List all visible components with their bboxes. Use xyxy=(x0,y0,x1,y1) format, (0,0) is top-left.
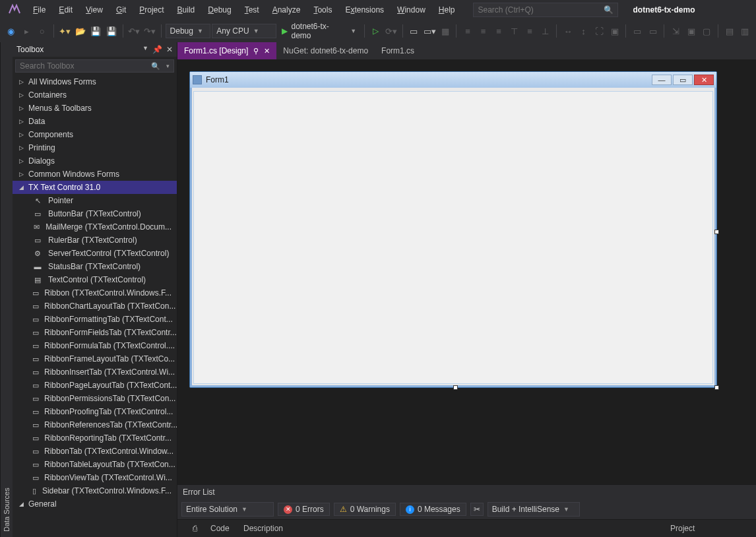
layout-tool-icon[interactable]: ▭ xyxy=(407,24,422,38)
close-button[interactable]: ✕ xyxy=(694,75,714,85)
toolbox-search-box[interactable]: 🔍 ▾ xyxy=(15,59,174,73)
menu-tools[interactable]: Tools xyxy=(307,2,338,18)
redo-icon[interactable]: ↷▾ xyxy=(142,24,157,38)
menu-build[interactable]: Build xyxy=(171,2,202,18)
global-search-box[interactable]: 🔍 xyxy=(473,3,618,17)
toolbox-item[interactable]: ▭RibbonViewTab (TXTextControl.Wi... xyxy=(13,471,177,484)
toolbox-group[interactable]: ▷Menus & Toolbars xyxy=(13,102,177,115)
toolbox-group[interactable]: ◢TX Text Control 31.0 xyxy=(13,181,177,194)
start-without-debug-button[interactable]: ▷ xyxy=(369,24,383,38)
column-description[interactable]: Description xyxy=(237,522,664,534)
toolbox-item[interactable]: ▭RibbonReportingTab (TXTextContr... xyxy=(13,431,177,445)
platform-dropdown[interactable]: Any CPU ▼ xyxy=(212,24,276,38)
pin-icon[interactable]: ⚲ xyxy=(253,47,259,55)
menu-debug[interactable]: Debug xyxy=(201,2,237,18)
menu-window[interactable]: Window xyxy=(391,2,432,18)
resize-handle-right[interactable] xyxy=(714,230,719,234)
resize-handle-corner[interactable] xyxy=(714,385,719,390)
toolbox-item[interactable]: ▭Ribbon (TXTextControl.Windows.F... xyxy=(13,286,177,300)
toolbox-item[interactable]: ▭RibbonFormulaTab (TXTextControl.... xyxy=(13,339,177,352)
menu-view[interactable]: View xyxy=(79,2,110,18)
global-search-input[interactable] xyxy=(478,5,614,15)
dropdown-caret-icon[interactable]: ▼ xyxy=(142,45,148,54)
app-logo[interactable] xyxy=(7,2,22,18)
designer-surface[interactable]: Form1 — ▭ ✕ xyxy=(177,59,756,484)
align-left-icon[interactable]: ≡ xyxy=(460,24,475,38)
grid-snap-icon[interactable]: ▦ xyxy=(438,24,453,38)
align-bottom-icon[interactable]: ⊥ xyxy=(538,24,553,38)
minimize-button[interactable]: — xyxy=(652,75,672,85)
errors-filter-button[interactable]: ✕ 0 Errors xyxy=(278,503,330,516)
align-center-icon[interactable]: ≡ xyxy=(476,24,491,38)
form-client-area[interactable] xyxy=(194,92,712,383)
size-tool-icon[interactable]: ▣ xyxy=(608,24,622,38)
toolbox-group[interactable]: ◢General xyxy=(13,497,177,511)
menu-edit[interactable]: Edit xyxy=(52,2,79,18)
toolbox-search-input[interactable] xyxy=(20,61,170,71)
toolbox-item[interactable]: ▭RibbonFrameLayoutTab (TXTextCo... xyxy=(13,352,177,365)
toolbox-group[interactable]: ▷All Windows Forms xyxy=(13,75,177,88)
build-intellisense-dropdown[interactable]: Build + IntelliSense ▼ xyxy=(488,502,580,517)
toolbox-item[interactable]: ↖Pointer xyxy=(13,194,177,207)
bring-front-icon[interactable]: ▣ xyxy=(684,24,699,38)
toolbox-item[interactable]: ▭RibbonPermissionsTab (TXTextCon... xyxy=(13,392,177,405)
close-tab-icon[interactable]: ✕ xyxy=(264,47,270,55)
messages-filter-button[interactable]: i 0 Messages xyxy=(400,503,466,516)
layout-tool-icon[interactable]: ▭▾ xyxy=(422,24,437,38)
misc-tool-icon[interactable]: ▤ xyxy=(722,24,737,38)
toolbox-item[interactable]: ▤TextControl (TXTextControl) xyxy=(13,273,177,286)
menu-project[interactable]: Project xyxy=(133,2,170,18)
open-icon[interactable]: 📂 xyxy=(73,24,88,38)
save-icon[interactable]: 💾 xyxy=(89,24,104,38)
toolbox-group[interactable]: ▷Components xyxy=(13,128,177,141)
toolbox-item[interactable]: ⚙ServerTextControl (TXTextControl) xyxy=(13,247,177,260)
toolbox-group[interactable]: ▷Data xyxy=(13,115,177,128)
spacing-v-icon[interactable]: ↕ xyxy=(577,24,591,38)
toolbox-item[interactable]: ▭RibbonPageLayoutTab (TXTextCont... xyxy=(13,379,177,392)
close-icon[interactable]: ✕ xyxy=(166,45,173,54)
pin-icon[interactable]: 📌 xyxy=(152,45,162,54)
maximize-button[interactable]: ▭ xyxy=(673,75,693,85)
side-tab-data-sources[interactable]: Data Sources xyxy=(0,42,13,537)
align-top-icon[interactable]: ⊤ xyxy=(507,24,522,38)
toolbox-group[interactable]: ▷Dialogs xyxy=(13,154,177,168)
menu-test[interactable]: Test xyxy=(238,2,266,18)
align-middle-icon[interactable]: ≡ xyxy=(522,24,537,38)
toolbox-item[interactable]: ▭RibbonTab (TXTextControl.Window... xyxy=(13,445,177,458)
size-tool-icon[interactable]: ⛶ xyxy=(592,24,606,38)
document-tab[interactable]: Form1.cs [Design]⚲✕ xyxy=(177,42,276,59)
build-filter-icon-button[interactable]: ✂ xyxy=(470,503,484,516)
warnings-filter-button[interactable]: ⚠ 0 Warnings xyxy=(334,503,396,516)
toolbox-item[interactable]: ▭RibbonProofingTab (TXTextControl... xyxy=(13,405,177,418)
hot-reload-icon[interactable]: ⟳▾ xyxy=(384,24,398,38)
order-tool-icon[interactable]: ▭ xyxy=(630,24,645,38)
toolbox-item[interactable]: ▭RibbonReferencesTab (TXTextContr... xyxy=(13,418,177,431)
menu-help[interactable]: Help xyxy=(432,2,462,18)
order-tool-icon[interactable]: ▭ xyxy=(646,24,660,38)
toolbox-item[interactable]: ▭RibbonFormattingTab (TXTextCont... xyxy=(13,313,177,326)
menu-git[interactable]: Git xyxy=(110,2,133,18)
configuration-dropdown[interactable]: Debug ▼ xyxy=(166,24,211,38)
menu-file[interactable]: File xyxy=(26,2,52,18)
column-code[interactable]: Code xyxy=(204,522,237,534)
document-tab[interactable]: NuGet: dotnet6-tx-demo xyxy=(276,42,375,59)
misc-tool-icon[interactable]: ▥ xyxy=(738,24,752,38)
toolbox-item[interactable]: ▬StatusBar (TXTextControl) xyxy=(13,260,177,273)
toolbox-group[interactable]: ▷Common Windows Forms xyxy=(13,168,177,181)
spacing-h-icon[interactable]: ↔ xyxy=(561,24,575,38)
new-item-icon[interactable]: ✦▾ xyxy=(58,24,73,38)
menu-extensions[interactable]: Extensions xyxy=(338,2,391,18)
undo-icon[interactable]: ↶▾ xyxy=(127,24,142,38)
toolbox-group[interactable]: ▷Containers xyxy=(13,88,177,102)
form-window[interactable]: Form1 — ▭ ✕ xyxy=(189,71,717,388)
toolbox-item[interactable]: ▭RulerBar (TXTextControl) xyxy=(13,234,177,247)
document-tab[interactable]: Form1.cs xyxy=(375,42,421,59)
tab-order-icon[interactable]: ⇲ xyxy=(668,24,683,38)
back-nav-icon[interactable]: ◉ xyxy=(4,24,18,38)
toolbox-item[interactable]: ▭RibbonInsertTab (TXTextControl.Wi... xyxy=(13,365,177,379)
start-debug-button[interactable]: ▶ dotnet6-tx-demo ▼ xyxy=(278,24,360,38)
toolbox-item[interactable]: ▭RibbonTableLayoutTab (TXTextCon... xyxy=(13,458,177,471)
column-dropdown-icon[interactable]: ⎙ xyxy=(177,522,204,534)
toolbox-item[interactable]: ▭RibbonChartLayoutTab (TXTextCon... xyxy=(13,300,177,313)
toolbox-item[interactable]: ✉MailMerge (TXTextControl.Docum... xyxy=(13,220,177,234)
